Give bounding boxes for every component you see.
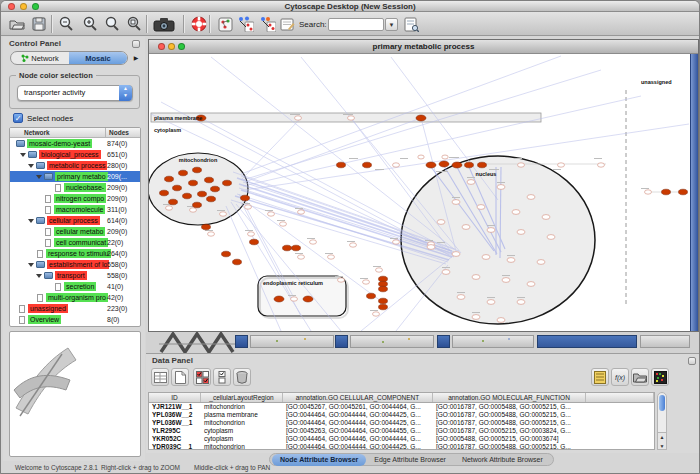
expand-triangle-icon[interactable] xyxy=(36,175,42,179)
attribute-table-icon[interactable] xyxy=(151,368,169,386)
network-overview-icon[interactable] xyxy=(215,15,235,33)
search-input[interactable] xyxy=(328,18,384,31)
data-panel-toolbar: f(x) xyxy=(146,366,700,390)
tree-row[interactable]: macromolecule311(0) xyxy=(10,204,140,215)
tree-row[interactable]: establishment of lo558(0) xyxy=(10,259,140,270)
table-row[interactable]: YDR039C__1mitochondrion[GO:0044464, GO:0… xyxy=(149,443,654,450)
expand-triangle-icon[interactable] xyxy=(36,274,42,278)
tree-row[interactable]: transport558(0) xyxy=(10,270,140,281)
file-icon xyxy=(37,250,43,258)
window-edge-blue[interactable] xyxy=(537,335,637,348)
function-builder-icon[interactable]: f(x) xyxy=(611,368,629,386)
attribute-table[interactable]: ID _cellularLayoutRegion annotation.GO C… xyxy=(148,392,655,450)
tab-network[interactable]: Network xyxy=(11,52,69,64)
unassigned-label: unassigned xyxy=(641,79,672,85)
tree-row[interactable]: nitrogen compo209(0) xyxy=(10,193,140,204)
tree-row[interactable]: secretion41(0) xyxy=(10,281,140,292)
zoom-in-icon[interactable] xyxy=(80,15,100,33)
scroll-arrows[interactable]: ▲▼ xyxy=(657,432,667,450)
tree-row[interactable]: cellular process614(0) xyxy=(10,215,140,226)
tree-row[interactable]: Overview8(0) xyxy=(10,314,140,325)
table-header-row[interactable]: ID _cellularLayoutRegion annotation.GO C… xyxy=(149,393,654,403)
attribute-list-icon[interactable] xyxy=(591,368,609,386)
tree-item-label: macromolecule xyxy=(54,205,105,214)
table-row[interactable]: YKR052Ccytoplasm[GO:0044464, GO:0044446,… xyxy=(149,435,654,443)
tab-mosaic[interactable]: Mosaic xyxy=(69,52,127,64)
tree-item-nodes: 558(0) xyxy=(107,261,127,268)
network-scrollbar[interactable] xyxy=(690,54,698,331)
annotation-icon[interactable] xyxy=(277,15,297,33)
welcome-status: Welcome to Cytoscape 2.8.1 xyxy=(15,464,98,471)
expand-triangle-icon[interactable] xyxy=(28,219,34,223)
column-header[interactable]: annotation.GO MOLECULAR_FUNCTION xyxy=(433,393,586,402)
layout-undirected-icon[interactable] xyxy=(235,15,255,33)
expand-triangle-icon[interactable] xyxy=(20,153,26,157)
tree-item-label: biological_process xyxy=(39,150,101,159)
window-titlebar: Cytoscape Desktop (New Session) xyxy=(1,1,699,12)
table-row[interactable]: YPL036W__2plasma membrane[GO:0044464, GO… xyxy=(149,411,654,419)
select-nodes-checkbox[interactable]: ✓ xyxy=(13,113,23,123)
birds-eye-graphic xyxy=(10,332,140,457)
tree-row[interactable]: unassigned223(0) xyxy=(10,303,140,314)
scrollbar-thumb[interactable] xyxy=(659,395,665,411)
tree-item-nodes: 223(0) xyxy=(107,305,127,312)
attribute-matrix-icon[interactable] xyxy=(651,368,669,386)
tree-row[interactable]: metabolic process280(0) xyxy=(10,160,140,171)
network-view-window: primary metabolic process xyxy=(148,39,699,332)
layout-directed-icon[interactable] xyxy=(257,15,277,33)
network-canvas[interactable]: plasma membrane cytoplasm mitochondrion … xyxy=(149,54,690,331)
window-edge[interactable] xyxy=(640,335,690,348)
tree-row[interactable]: cellular metabo209(0) xyxy=(10,226,140,237)
tree-row[interactable]: biological_process651(0) xyxy=(10,149,140,160)
float-panel-icon[interactable] xyxy=(688,357,696,365)
search-dropdown-button[interactable]: ▼ xyxy=(385,18,398,31)
tree-item-nodes: 8(0) xyxy=(107,316,119,323)
window-corner[interactable] xyxy=(437,335,450,348)
birds-eye-view[interactable] xyxy=(9,331,141,457)
network-window-titlebar[interactable]: primary metabolic process xyxy=(149,40,698,54)
snapshot-icon[interactable] xyxy=(151,15,177,33)
window-corner[interactable] xyxy=(235,335,248,348)
expand-triangle-icon[interactable] xyxy=(28,263,34,267)
folder-icon xyxy=(44,272,53,279)
tree-row[interactable]: mosaic-demo-yeast874(0) xyxy=(10,138,140,149)
tab-overflow-icon[interactable]: ▶ xyxy=(131,53,141,64)
tree-item-nodes: 280(0) xyxy=(107,162,127,169)
window-edge[interactable] xyxy=(452,335,534,348)
float-panel-icon[interactable] xyxy=(132,40,140,48)
column-header[interactable]: _cellularLayoutRegion xyxy=(201,393,283,402)
import-attributes-icon[interactable] xyxy=(631,368,649,386)
column-header[interactable]: annotation.GO CELLULAR_COMPONENT xyxy=(283,393,433,402)
tree-item-nodes: 651(0) xyxy=(107,151,127,158)
window-edge[interactable] xyxy=(350,335,434,348)
zoom-fit-icon[interactable] xyxy=(102,15,122,33)
column-header[interactable]: ID xyxy=(149,393,201,402)
table-row[interactable]: YPL036W__1mitochondrion[GO:0044464, GO:0… xyxy=(149,419,654,427)
save-icon[interactable] xyxy=(29,15,49,33)
tree-row[interactable]: multi-organism pro42(0) xyxy=(10,292,140,303)
window-title: Cytoscape Desktop (New Session) xyxy=(1,2,699,11)
window-corner[interactable] xyxy=(335,335,348,348)
window-edge[interactable] xyxy=(250,335,334,348)
help-icon[interactable] xyxy=(189,15,209,33)
zoom-selected-icon[interactable] xyxy=(124,15,144,33)
tree-row[interactable]: nucleobase-209(0) xyxy=(10,182,140,193)
file-icon xyxy=(55,184,61,192)
table-row[interactable]: YLR295Ccytoplasm[GO:0045263, GO:0044464,… xyxy=(149,427,654,435)
tree-item-label: unassigned xyxy=(28,304,68,313)
zoom-out-icon[interactable] xyxy=(56,15,76,33)
expand-triangle-icon[interactable] xyxy=(28,164,34,168)
new-attribute-icon[interactable] xyxy=(171,368,189,386)
search-config-icon[interactable] xyxy=(401,15,421,33)
tree-item-nodes: 209(0) xyxy=(107,184,127,191)
tree-row-selected[interactable]: primary metabo209(... xyxy=(10,171,140,182)
open-icon[interactable] xyxy=(7,15,27,33)
select-attributes-icon[interactable] xyxy=(193,368,211,386)
table-row[interactable]: YJR121W__1mitochondrion[GO:0045267, GO:0… xyxy=(149,403,654,411)
tree-row[interactable]: cell communicat22(0) xyxy=(10,237,140,248)
tree-row[interactable]: response to stimulu264(0) xyxy=(10,248,140,259)
delete-attribute-icon[interactable] xyxy=(233,368,251,386)
tree-item-nodes: 264(0) xyxy=(107,250,127,257)
unselect-attributes-icon[interactable] xyxy=(213,368,231,386)
node-color-dropdown[interactable]: transporter activity ▲▼ xyxy=(17,85,133,101)
